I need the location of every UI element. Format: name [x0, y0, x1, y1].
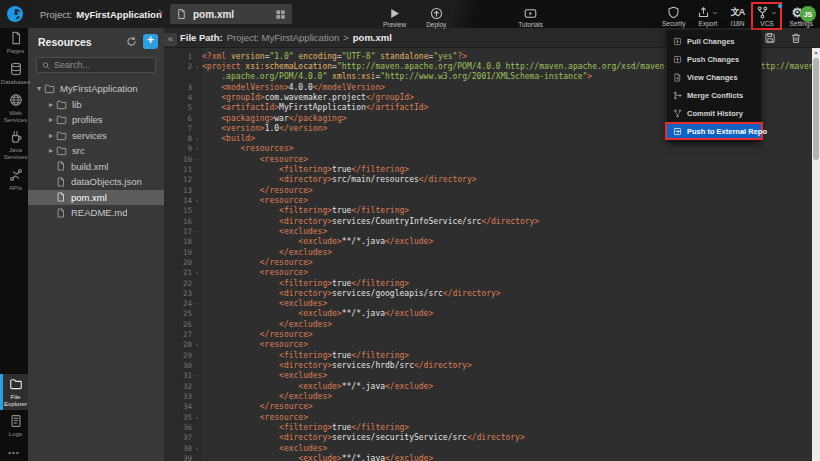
code-line[interactable]: 13 </resource> — [164, 185, 820, 195]
fold-marker[interactable]: - — [192, 371, 202, 380]
code-line[interactable]: 21- <resource> — [164, 268, 820, 278]
code-line[interactable]: 19 </excludes> — [164, 247, 820, 257]
refresh-icon[interactable] — [126, 36, 137, 47]
line-number: 9 — [164, 144, 192, 153]
user-avatar[interactable]: JS — [800, 6, 816, 22]
security-icon — [667, 6, 680, 19]
resources-search[interactable] — [36, 57, 156, 73]
code-line[interactable]: 12 <directory>src/main/resources</direct… — [164, 175, 820, 185]
scrollbar-up-icon[interactable]: ▲ — [812, 48, 820, 57]
fold-marker[interactable]: - — [192, 413, 202, 422]
code-line[interactable]: 35- <resource> — [164, 412, 820, 422]
tree-expand-arrow[interactable]: ▸ — [46, 100, 56, 109]
code-line[interactable]: 28- <resource> — [164, 340, 820, 350]
code-line[interactable]: 16 <directory>services/CountryInfoServic… — [164, 216, 820, 226]
code-line[interactable]: 18 <exclude>**/*.java</exclude> — [164, 237, 820, 247]
menu-item-view-changes[interactable]: View Changes — [667, 68, 761, 86]
scrollbar-thumb[interactable] — [813, 58, 819, 160]
menu-item-commit-history[interactable]: Commit History — [667, 104, 761, 122]
preview-button[interactable]: Preview — [378, 3, 411, 31]
collapse-panel-button[interactable]: « — [164, 33, 177, 46]
code-line[interactable]: 15 <filtering>true</filtering> — [164, 206, 820, 216]
tree-item-dataobjects-json[interactable]: dataObjects.json — [28, 174, 164, 190]
security-button[interactable]: Security — [657, 2, 690, 30]
code-line[interactable]: 17- <excludes> — [164, 226, 820, 236]
menu-item-merge-conflicts[interactable]: Merge Conflicts — [667, 86, 761, 104]
wavemaker-logo[interactable] — [0, 0, 30, 28]
save-icon[interactable] — [764, 32, 776, 44]
tree-expand-arrow[interactable]: ▸ — [46, 146, 56, 155]
code-line[interactable]: 39 <exclude>**/*.java</exclude> — [164, 453, 820, 461]
tutorials-button[interactable]: Tutorials — [513, 3, 548, 31]
sidebar-item-java-services[interactable]: Java Services — [0, 127, 28, 163]
code-line[interactable]: 31- <excludes> — [164, 371, 820, 381]
code-line[interactable]: 20 </resource> — [164, 257, 820, 267]
tree-item-readme-md[interactable]: README.md — [28, 205, 164, 221]
tree-item-services[interactable]: ▸services — [28, 128, 164, 144]
code-line[interactable]: 10- <resource> — [164, 154, 820, 164]
tree-expand-arrow[interactable]: ▸ — [46, 131, 56, 140]
fold-marker[interactable]: - — [192, 268, 202, 277]
code-line[interactable]: 27 </resource> — [164, 329, 820, 339]
sidebar-item-logs[interactable]: Logs — [0, 411, 28, 441]
code-line[interactable]: 22 <filtering>true</filtering> — [164, 278, 820, 288]
sidebar-item-web-services[interactable]: Web Services — [0, 90, 28, 126]
deploy-label: Deploy — [426, 21, 446, 28]
code-line[interactable]: 34 </resource> — [164, 402, 820, 412]
sidebar-item-apis[interactable]: APIs — [0, 165, 28, 195]
fold-marker[interactable]: - — [192, 299, 202, 308]
fold-marker[interactable]: - — [192, 155, 202, 164]
tree-item-build-xml[interactable]: build.xml — [28, 159, 164, 175]
tree-expand-arrow[interactable]: ▸ — [46, 115, 56, 124]
search-input[interactable] — [54, 60, 150, 70]
sidebar-item-databases[interactable]: Databases — [0, 59, 28, 89]
fold-marker[interactable]: - — [192, 227, 202, 236]
fold-marker[interactable]: - — [192, 134, 202, 143]
sidebar-item-file-explorer[interactable]: File Explorer — [0, 374, 28, 410]
sidebar-more-button[interactable]: ••• — [0, 442, 28, 461]
tab-pom-xml[interactable]: pom.xml — [170, 4, 292, 24]
code-line[interactable]: 32 <exclude>**/*.java</exclude> — [164, 381, 820, 391]
code-line[interactable]: 24- <excludes> — [164, 299, 820, 309]
code-line[interactable]: 23 <directory>services/googleapis/src</d… — [164, 288, 820, 298]
code-line[interactable]: 29 <filtering>true</filtering> — [164, 350, 820, 360]
i18n-button[interactable]: 文AI18N — [725, 2, 749, 30]
code-line[interactable]: 36 <filtering>true</filtering> — [164, 422, 820, 432]
project-breadcrumb[interactable]: Project: MyFirstApplication — [40, 0, 162, 28]
fold-marker[interactable]: - — [192, 144, 202, 153]
tree-item-pom-xml[interactable]: pom.xml — [28, 190, 164, 206]
deploy-button[interactable]: Deploy — [421, 3, 451, 31]
export-button[interactable]: Export — [692, 2, 723, 30]
vcs-button[interactable]: VCS — [751, 2, 782, 30]
add-resource-button[interactable]: + — [143, 34, 158, 49]
menu-item-push-changes[interactable]: Push Changes — [667, 50, 761, 68]
code-line[interactable]: 38- <excludes> — [164, 443, 820, 453]
code-line[interactable]: 30 <directory>services/hrdb/src</directo… — [164, 360, 820, 370]
tree-item-src[interactable]: ▸src — [28, 143, 164, 159]
fold-marker[interactable]: - — [192, 340, 202, 349]
tree-item-profiles[interactable]: ▸profiles — [28, 112, 164, 128]
editor-scrollbar[interactable]: ▲ — [812, 48, 820, 461]
tree-expand-arrow[interactable]: ▾ — [34, 84, 44, 93]
code-line[interactable]: 33 </excludes> — [164, 391, 820, 401]
sidebar-item-pages[interactable]: Pages — [0, 28, 28, 58]
code-line[interactable]: 14- <resource> — [164, 195, 820, 205]
menu-item-push-to-external-repo[interactable]: Push to External Repo — [665, 122, 763, 140]
code-line[interactable]: 26 </excludes> — [164, 319, 820, 329]
menu-item-pull-changes[interactable]: Pull Changes — [667, 32, 761, 50]
line-number: 12 — [164, 175, 192, 184]
code-line[interactable]: 11 <filtering>true</filtering> — [164, 164, 820, 174]
delete-icon[interactable] — [790, 32, 802, 44]
fold-marker[interactable]: - — [192, 62, 202, 71]
sidebar-item-label: File Explorer — [3, 393, 28, 407]
code-line[interactable]: 37 <directory>services/securityService/s… — [164, 433, 820, 443]
code-line[interactable]: 25 <exclude>**/*.java</exclude> — [164, 309, 820, 319]
fold-marker[interactable]: - — [192, 444, 202, 453]
file-icon — [56, 208, 66, 218]
dashboard-grid-icon[interactable] — [275, 9, 286, 20]
tree-item-myfirstapplication[interactable]: ▾MyFirstApplication — [28, 81, 164, 97]
code-line[interactable]: 9- <resources> — [164, 144, 820, 154]
fold-marker[interactable]: - — [192, 196, 202, 205]
tree-item-lib[interactable]: ▸lib — [28, 97, 164, 113]
file-path-label: File Path: — [180, 32, 223, 43]
